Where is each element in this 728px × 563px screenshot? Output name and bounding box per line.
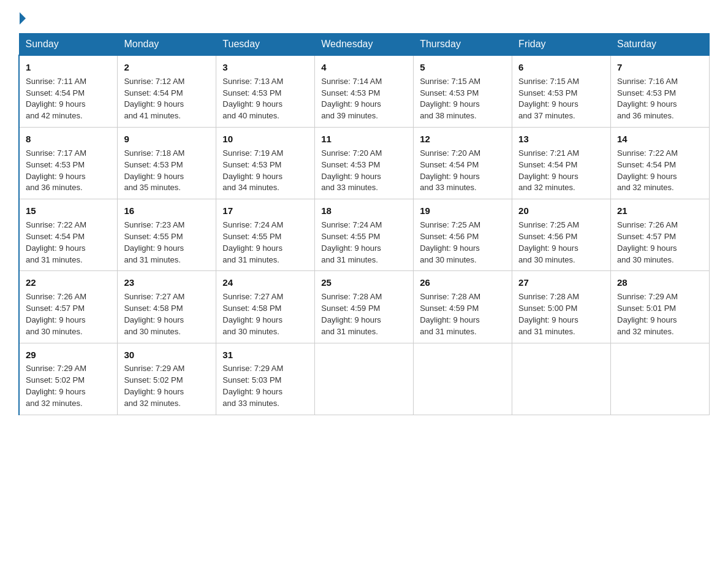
calendar-day-cell: 29Sunrise: 7:29 AMSunset: 5:02 PMDayligh… xyxy=(19,343,118,415)
day-info: Sunrise: 7:15 AMSunset: 4:53 PMDaylight:… xyxy=(518,77,579,121)
calendar-day-cell: 17Sunrise: 7:24 AMSunset: 4:55 PMDayligh… xyxy=(216,199,315,271)
day-number: 27 xyxy=(518,276,604,289)
calendar-day-cell: 15Sunrise: 7:22 AMSunset: 4:54 PMDayligh… xyxy=(19,199,118,271)
day-info: Sunrise: 7:20 AMSunset: 4:53 PMDaylight:… xyxy=(321,148,382,193)
header-thursday: Thursday xyxy=(414,34,512,56)
calendar-week-row: 22Sunrise: 7:26 AMSunset: 4:57 PMDayligh… xyxy=(19,271,710,343)
calendar-day-cell: 1Sunrise: 7:11 AMSunset: 4:54 PMDaylight… xyxy=(19,55,118,128)
calendar-day-cell: 18Sunrise: 7:24 AMSunset: 4:55 PMDayligh… xyxy=(315,199,414,271)
day-number: 7 xyxy=(617,61,703,74)
calendar-empty-cell xyxy=(611,343,710,415)
day-number: 16 xyxy=(124,204,210,218)
logo-arrow-icon xyxy=(20,12,26,25)
day-info: Sunrise: 7:27 AMSunset: 4:58 PMDaylight:… xyxy=(222,292,283,336)
day-info: Sunrise: 7:15 AMSunset: 4:53 PMDaylight:… xyxy=(420,77,480,121)
calendar-day-cell: 16Sunrise: 7:23 AMSunset: 4:55 PMDayligh… xyxy=(118,199,216,271)
day-info: Sunrise: 7:22 AMSunset: 4:54 PMDaylight:… xyxy=(617,148,678,193)
day-info: Sunrise: 7:29 AMSunset: 5:01 PMDaylight:… xyxy=(617,292,678,336)
calendar-day-cell: 27Sunrise: 7:28 AMSunset: 5:00 PMDayligh… xyxy=(512,271,611,343)
header-monday: Monday xyxy=(118,34,216,56)
calendar-day-cell: 22Sunrise: 7:26 AMSunset: 4:57 PMDayligh… xyxy=(19,271,118,343)
day-info: Sunrise: 7:12 AMSunset: 4:54 PMDaylight:… xyxy=(124,77,184,121)
day-number: 8 xyxy=(26,132,111,146)
day-number: 31 xyxy=(222,348,308,362)
calendar-day-cell: 21Sunrise: 7:26 AMSunset: 4:57 PMDayligh… xyxy=(611,199,710,271)
day-number: 11 xyxy=(321,132,407,146)
day-info: Sunrise: 7:28 AMSunset: 5:00 PMDaylight:… xyxy=(518,292,579,336)
calendar-day-cell: 19Sunrise: 7:25 AMSunset: 4:56 PMDayligh… xyxy=(414,199,512,271)
calendar-empty-cell xyxy=(512,343,611,415)
calendar-day-cell: 26Sunrise: 7:28 AMSunset: 4:59 PMDayligh… xyxy=(414,271,512,343)
day-number: 19 xyxy=(420,204,506,218)
calendar-empty-cell xyxy=(414,343,512,415)
calendar-day-cell: 12Sunrise: 7:20 AMSunset: 4:54 PMDayligh… xyxy=(414,128,512,199)
day-number: 3 xyxy=(222,61,308,74)
day-info: Sunrise: 7:28 AMSunset: 4:59 PMDaylight:… xyxy=(420,292,480,336)
day-number: 23 xyxy=(124,276,210,289)
day-info: Sunrise: 7:29 AMSunset: 5:02 PMDaylight:… xyxy=(124,364,184,408)
calendar-day-cell: 20Sunrise: 7:25 AMSunset: 4:56 PMDayligh… xyxy=(512,199,611,271)
header-sunday: Sunday xyxy=(19,34,118,56)
day-info: Sunrise: 7:21 AMSunset: 4:54 PMDaylight:… xyxy=(518,148,579,193)
day-info: Sunrise: 7:22 AMSunset: 4:54 PMDaylight:… xyxy=(26,220,86,264)
calendar-day-cell: 5Sunrise: 7:15 AMSunset: 4:53 PMDaylight… xyxy=(414,55,512,128)
day-number: 10 xyxy=(222,132,308,146)
calendar-day-cell: 24Sunrise: 7:27 AMSunset: 4:58 PMDayligh… xyxy=(216,271,315,343)
day-info: Sunrise: 7:26 AMSunset: 4:57 PMDaylight:… xyxy=(617,220,678,264)
day-number: 1 xyxy=(26,61,111,74)
day-number: 6 xyxy=(518,61,604,74)
day-info: Sunrise: 7:17 AMSunset: 4:53 PMDaylight:… xyxy=(26,148,86,193)
day-number: 25 xyxy=(321,276,407,289)
calendar-day-cell: 31Sunrise: 7:29 AMSunset: 5:03 PMDayligh… xyxy=(216,343,315,415)
calendar-day-cell: 2Sunrise: 7:12 AMSunset: 4:54 PMDaylight… xyxy=(118,55,216,128)
day-info: Sunrise: 7:25 AMSunset: 4:56 PMDaylight:… xyxy=(420,220,480,264)
calendar-week-row: 15Sunrise: 7:22 AMSunset: 4:54 PMDayligh… xyxy=(19,199,710,271)
day-number: 28 xyxy=(617,276,703,289)
day-number: 20 xyxy=(518,204,604,218)
header-saturday: Saturday xyxy=(611,34,710,56)
calendar-empty-cell xyxy=(315,343,414,415)
calendar-day-cell: 30Sunrise: 7:29 AMSunset: 5:02 PMDayligh… xyxy=(118,343,216,415)
calendar-day-cell: 6Sunrise: 7:15 AMSunset: 4:53 PMDaylight… xyxy=(512,55,611,128)
day-info: Sunrise: 7:14 AMSunset: 4:53 PMDaylight:… xyxy=(321,77,382,121)
day-info: Sunrise: 7:27 AMSunset: 4:58 PMDaylight:… xyxy=(124,292,184,336)
day-info: Sunrise: 7:19 AMSunset: 4:53 PMDaylight:… xyxy=(222,148,283,193)
day-info: Sunrise: 7:18 AMSunset: 4:53 PMDaylight:… xyxy=(124,148,184,193)
day-info: Sunrise: 7:13 AMSunset: 4:53 PMDaylight:… xyxy=(222,77,283,121)
calendar-week-row: 29Sunrise: 7:29 AMSunset: 5:02 PMDayligh… xyxy=(19,343,710,415)
day-number: 14 xyxy=(617,132,703,146)
calendar-week-row: 8Sunrise: 7:17 AMSunset: 4:53 PMDaylight… xyxy=(19,128,710,199)
calendar-table: SundayMondayTuesdayWednesdayThursdayFrid… xyxy=(18,33,710,415)
day-number: 12 xyxy=(420,132,506,146)
logo xyxy=(18,12,27,22)
page-header xyxy=(18,12,710,22)
calendar-header-row: SundayMondayTuesdayWednesdayThursdayFrid… xyxy=(19,34,710,56)
day-number: 18 xyxy=(321,204,407,218)
calendar-day-cell: 13Sunrise: 7:21 AMSunset: 4:54 PMDayligh… xyxy=(512,128,611,199)
day-info: Sunrise: 7:26 AMSunset: 4:57 PMDaylight:… xyxy=(26,292,86,336)
calendar-day-cell: 4Sunrise: 7:14 AMSunset: 4:53 PMDaylight… xyxy=(315,55,414,128)
day-number: 29 xyxy=(26,348,111,362)
day-info: Sunrise: 7:24 AMSunset: 4:55 PMDaylight:… xyxy=(321,220,382,264)
day-number: 17 xyxy=(222,204,308,218)
day-number: 9 xyxy=(124,132,210,146)
calendar-day-cell: 25Sunrise: 7:28 AMSunset: 4:59 PMDayligh… xyxy=(315,271,414,343)
day-number: 5 xyxy=(420,61,506,74)
calendar-week-row: 1Sunrise: 7:11 AMSunset: 4:54 PMDaylight… xyxy=(19,55,710,128)
day-number: 26 xyxy=(420,276,506,289)
calendar-day-cell: 7Sunrise: 7:16 AMSunset: 4:53 PMDaylight… xyxy=(611,55,710,128)
day-number: 24 xyxy=(222,276,308,289)
day-info: Sunrise: 7:28 AMSunset: 4:59 PMDaylight:… xyxy=(321,292,382,336)
calendar-day-cell: 23Sunrise: 7:27 AMSunset: 4:58 PMDayligh… xyxy=(118,271,216,343)
day-number: 4 xyxy=(321,61,407,74)
day-number: 21 xyxy=(617,204,703,218)
day-number: 22 xyxy=(26,276,111,289)
calendar-day-cell: 28Sunrise: 7:29 AMSunset: 5:01 PMDayligh… xyxy=(611,271,710,343)
day-number: 13 xyxy=(518,132,604,146)
calendar-day-cell: 3Sunrise: 7:13 AMSunset: 4:53 PMDaylight… xyxy=(216,55,315,128)
day-info: Sunrise: 7:23 AMSunset: 4:55 PMDaylight:… xyxy=(124,220,184,264)
day-info: Sunrise: 7:16 AMSunset: 4:53 PMDaylight:… xyxy=(617,77,678,121)
header-tuesday: Tuesday xyxy=(216,34,315,56)
day-info: Sunrise: 7:29 AMSunset: 5:03 PMDaylight:… xyxy=(222,364,283,408)
day-info: Sunrise: 7:24 AMSunset: 4:55 PMDaylight:… xyxy=(222,220,283,264)
